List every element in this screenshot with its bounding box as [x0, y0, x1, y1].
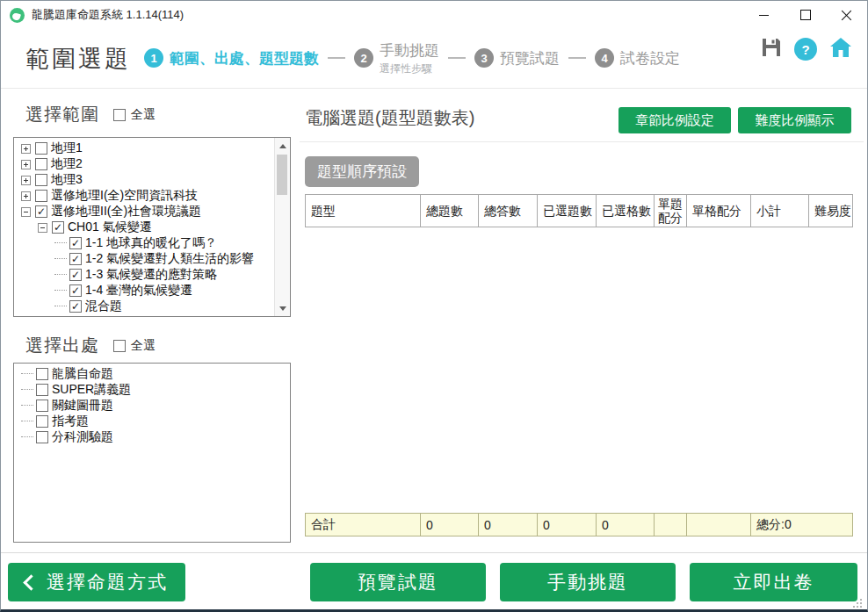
source-select-all[interactable]: 全選: [113, 338, 156, 354]
tree-checkbox[interactable]: ✓: [69, 269, 82, 281]
source-item[interactable]: 關鍵圖冊題: [16, 398, 273, 414]
source-item[interactable]: 指考題: [16, 414, 273, 429]
tree-item[interactable]: ✓1-1 地球真的暖化了嗎？: [16, 235, 273, 251]
expand-plus-icon[interactable]: [21, 144, 31, 154]
col-selected-cells: 已選格數: [597, 195, 655, 227]
tree-item[interactable]: 選修地理I(全)空間資訊科技: [16, 188, 273, 204]
tree-item[interactable]: 地理1: [16, 140, 273, 156]
step-2-sublabel: 選擇性步驟: [380, 61, 439, 76]
tree-item[interactable]: ✓1-3 氣候變遷的應對策略: [16, 267, 273, 283]
list-connector: [21, 389, 33, 391]
tree-checkbox[interactable]: ✓: [69, 253, 82, 265]
scroll-up-icon[interactable]: [275, 139, 290, 153]
resize-grip-icon[interactable]: [860, 602, 862, 604]
manual-pick-button[interactable]: 手動挑題: [500, 563, 676, 601]
scope-select-all[interactable]: 全選: [113, 107, 156, 123]
source-select-all-checkbox[interactable]: [113, 340, 126, 352]
app-logo-icon: [10, 8, 25, 23]
chapter-ratio-button[interactable]: 章節比例設定: [618, 107, 731, 133]
collapse-minus-icon[interactable]: [38, 223, 47, 233]
source-checkbox[interactable]: [36, 384, 48, 396]
generate-paper-button[interactable]: 立即出卷: [690, 563, 857, 601]
scrollbar-thumb[interactable]: [277, 155, 287, 195]
scope-title: 選擇範圍: [25, 103, 99, 126]
tree-checkbox[interactable]: ✓: [69, 284, 82, 297]
tree-checkbox[interactable]: [35, 158, 47, 170]
source-checkbox[interactable]: [36, 431, 48, 443]
tree-item[interactable]: 地理3: [16, 172, 273, 188]
tree-item-label: 選修地理II(全)社會環境議題: [51, 204, 201, 220]
tree-connector: [54, 290, 67, 292]
footer-selected-questions: 0: [538, 514, 597, 536]
source-checkbox[interactable]: [36, 415, 48, 428]
scope-tree-box: 地理1地理2地理3選修地理I(全)空間資訊科技✓選修地理II(全)社會環境議題✓…: [13, 137, 291, 317]
list-connector: [21, 373, 33, 375]
tree-item-label: 地理2: [51, 156, 83, 172]
expand-plus-icon[interactable]: [21, 176, 31, 185]
footer-total-answers: 0: [479, 514, 538, 536]
source-checkbox[interactable]: [36, 368, 48, 380]
question-order-badge[interactable]: 題型順序預設: [305, 156, 419, 187]
source-item-label: 指考題: [52, 414, 89, 429]
step-dash: [328, 57, 345, 59]
source-item-label: 關鍵圖冊題: [52, 398, 113, 414]
step-3: 3 預覽試題: [474, 48, 560, 68]
step-3-circle: 3: [474, 48, 494, 68]
list-connector: [21, 421, 33, 422]
save-icon[interactable]: [760, 36, 783, 62]
maximize-button[interactable]: [785, 1, 826, 29]
source-header: 選擇出處 全選: [25, 334, 156, 357]
source-checkbox[interactable]: [36, 400, 48, 412]
source-select-all-label: 全選: [131, 338, 156, 354]
chevron-left-icon: [23, 574, 39, 590]
tree-item[interactable]: ✓混合題: [16, 299, 273, 314]
panel-separator: [300, 141, 864, 142]
tree-item-label: 1-4 臺灣的氣候變遷: [85, 283, 192, 299]
tree-item[interactable]: ✓1-2 氣候變遷對人類生活的影響: [16, 251, 273, 267]
tree-checkbox[interactable]: [35, 174, 47, 186]
step-2: 2 手動挑題 選擇性步驟: [354, 40, 439, 76]
footer-empty-cell: [655, 514, 687, 536]
back-button[interactable]: 選擇命題方式: [8, 563, 185, 601]
home-icon[interactable]: [828, 36, 853, 62]
minimize-button[interactable]: [743, 1, 785, 29]
scope-select-all-checkbox[interactable]: [113, 109, 126, 121]
preview-questions-button[interactable]: 預覽試題: [310, 563, 486, 601]
source-item[interactable]: SUPER講義題: [16, 382, 273, 398]
close-button[interactable]: [826, 1, 867, 29]
col-points-per-question: 單題配分: [655, 195, 687, 227]
tree-item[interactable]: ✓CH01 氣候變遷: [16, 220, 273, 235]
app-window: 龍騰題庫命題系統 1.1.14(114) 範圍選題 1 範圍、出處、題型題數 2…: [0, 0, 868, 612]
minimize-icon: [759, 15, 769, 16]
tree-connector: [54, 242, 67, 244]
tree-checkbox[interactable]: ✓: [69, 300, 82, 313]
titlebar: 龍騰題庫命題系統 1.1.14(114): [1, 1, 867, 29]
expand-plus-icon[interactable]: [21, 160, 31, 169]
tree-checkbox[interactable]: ✓: [52, 221, 64, 234]
tree-item[interactable]: 地理2: [16, 156, 273, 172]
list-connector: [21, 436, 33, 438]
source-title: 選擇出處: [25, 334, 99, 357]
source-list-box: 龍騰自命題SUPER講義題關鍵圖冊題指考題分科測驗題: [13, 363, 291, 543]
tree-checkbox[interactable]: [35, 142, 47, 155]
tree-item-label: 選修地理I(全)空間資訊科技: [51, 188, 198, 204]
help-icon[interactable]: ?: [794, 38, 817, 61]
tree-checkbox[interactable]: [35, 190, 47, 202]
expand-plus-icon[interactable]: [21, 191, 31, 201]
back-button-label: 選擇命題方式: [47, 570, 168, 594]
question-table-footer: 合計 0 0 0 0 總分:0: [305, 513, 853, 536]
step-4: 4 試卷設定: [595, 48, 680, 68]
collapse-minus-icon[interactable]: [21, 207, 31, 217]
page-title: 範圍選題: [25, 43, 131, 75]
tree-checkbox[interactable]: ✓: [35, 205, 47, 218]
footer-total-score: 總分:0: [751, 514, 852, 536]
tree-item[interactable]: ✓1-4 臺灣的氣候變遷: [16, 283, 273, 299]
tree-item[interactable]: ✓選修地理II(全)社會環境議題: [16, 204, 273, 220]
scrollbar[interactable]: [274, 138, 290, 316]
source-item[interactable]: 龍騰自命題: [16, 366, 273, 382]
source-item[interactable]: 分科測驗題: [16, 429, 273, 445]
scroll-down-icon[interactable]: [275, 301, 290, 315]
difficulty-ratio-button[interactable]: 難度比例顯示: [738, 107, 851, 133]
tree-item-label: 1-1 地球真的暖化了嗎？: [85, 235, 217, 251]
tree-checkbox[interactable]: ✓: [69, 237, 82, 249]
